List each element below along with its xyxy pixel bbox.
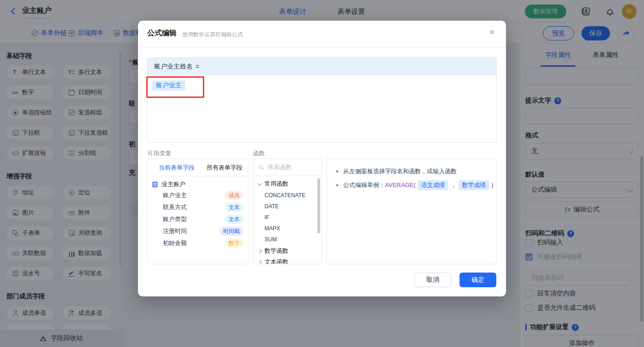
cancel-button[interactable]: 取消	[414, 273, 451, 287]
function-item[interactable]: SUM	[264, 236, 277, 243]
chevron-right-icon	[258, 249, 262, 253]
form-doc-icon	[152, 182, 158, 188]
variable-row[interactable]: 联系方式文本	[163, 203, 243, 212]
variables-panel: 当前表单字段所有表单字段 业主账户 账户业主成员联系方式文本账户类型文本注册时间…	[147, 159, 248, 264]
formula-editor-modal: 公式编辑 使用数学运算符编辑公式 × 账户业主姓名 = 账户业主 可用变量 函数…	[138, 21, 506, 296]
modal-title: 公式编辑	[147, 28, 177, 38]
variables-root-node[interactable]: 业主账户	[152, 180, 185, 188]
function-group-label: 常用函数	[264, 180, 288, 188]
formula-editor-box[interactable]: 账户业主姓名 =	[147, 57, 497, 142]
variables-tab-1[interactable]: 所有表单字段	[207, 164, 242, 172]
equals-sign: =	[196, 63, 199, 70]
chevron-right-icon	[258, 260, 262, 264]
formula-field-chip[interactable]: 账户业主	[152, 80, 185, 91]
function-item[interactable]: MAPX	[264, 225, 280, 232]
functions-label: 函数	[253, 149, 265, 158]
function-group[interactable]: 文本函数	[258, 258, 288, 264]
variable-row[interactable]: 账户业主成员	[163, 191, 243, 200]
example-chip: 数学成绩	[459, 180, 489, 190]
function-group[interactable]: 数学函数	[258, 247, 288, 255]
example-chip: 语文成绩	[418, 180, 448, 190]
variable-type-badge: 数字	[225, 239, 243, 248]
function-search-input[interactable]: 搜索函数	[253, 159, 322, 176]
variable-type-badge: 文本	[225, 203, 243, 212]
function-item[interactable]: CONCATENATE	[264, 192, 305, 199]
variable-name: 账户类型	[163, 215, 187, 223]
function-group-label: 数学函数	[264, 247, 288, 255]
variables-label: 可用变量	[147, 149, 171, 158]
variable-name: 账户业主	[163, 191, 187, 199]
form-designer-app: 业主账户 表单设计表单设置 数据管理 作	[0, 0, 644, 347]
modal-subtitle: 使用数学运算符编辑公式	[182, 31, 243, 39]
variable-type-badge: 文本	[225, 215, 243, 224]
function-group[interactable]: 常用函数	[258, 180, 288, 188]
chevron-down-icon	[258, 181, 262, 186]
tips-panel: 从左侧面板选择字段名和函数，或输入函数 公式编辑举例： AVERAGE( 语文成…	[327, 159, 497, 264]
search-icon	[258, 164, 264, 171]
function-group-label: 文本函数	[264, 258, 288, 264]
formula-target: 账户业主姓名	[154, 63, 193, 71]
variable-type-badge: 时间戳	[219, 227, 243, 236]
formula-target-bar: 账户业主姓名 =	[148, 58, 496, 75]
variable-name: 初始金额	[163, 239, 187, 247]
variable-name: 注册时间	[163, 227, 187, 235]
variable-row[interactable]: 账户类型文本	[163, 215, 243, 224]
tip-line-example: 公式编辑举例： AVERAGE( 语文成绩 ， 数学成绩 )	[334, 180, 489, 190]
divider	[138, 47, 506, 48]
function-item[interactable]: IF	[264, 214, 270, 221]
function-item[interactable]: DATE	[264, 203, 279, 210]
functions-panel: 搜索函数 常用函数CONCATENATEDATEIFMAPXSUM数学函数文本函…	[253, 159, 322, 264]
tip-line: 从左侧面板选择字段名和函数，或输入函数	[334, 166, 489, 176]
variables-tabs: 当前表单字段所有表单字段	[148, 159, 248, 176]
search-placeholder: 搜索函数	[268, 163, 292, 171]
functions-scrollbar[interactable]	[317, 178, 320, 233]
close-icon[interactable]: ×	[489, 27, 495, 37]
bullet-icon	[336, 184, 338, 186]
variable-row[interactable]: 初始金额数字	[163, 239, 243, 248]
bullet-icon	[336, 171, 338, 172]
variables-tab-0[interactable]: 当前表单字段	[159, 164, 195, 172]
confirm-button[interactable]: 确定	[460, 273, 496, 287]
variable-type-badge: 成员	[225, 191, 243, 200]
variable-name: 联系方式	[163, 203, 187, 211]
variable-row[interactable]: 注册时间时间戳	[163, 227, 243, 236]
